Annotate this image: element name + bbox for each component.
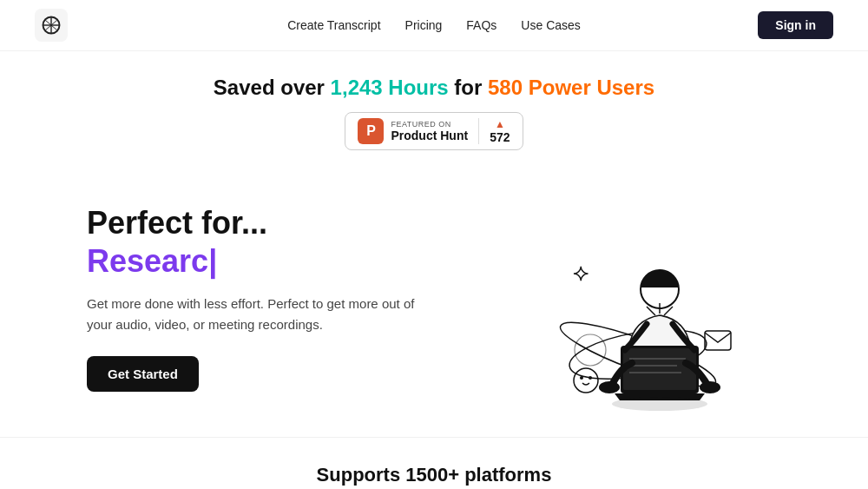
svg-rect-10 <box>623 348 696 390</box>
ph-votes: ▲ 572 <box>478 118 510 144</box>
hero-heading: Perfect for... Researc| <box>87 204 417 279</box>
hero-cursor: | <box>208 243 217 279</box>
stats-prefix: Saved over <box>214 76 331 99</box>
ph-featured-label: FEATURED ON <box>391 120 450 129</box>
hero-heading-line1: Perfect for... <box>87 205 267 241</box>
supports-section: Supports 1500+ platforms Paste the URL f… <box>0 437 868 489</box>
supports-heading: Supports 1500+ platforms <box>17 464 851 486</box>
svg-text:✦: ✦ <box>573 263 589 285</box>
hero-text: Perfect for... Researc| Get more done wi… <box>87 204 417 391</box>
svg-point-28 <box>575 334 606 366</box>
nav-use-cases[interactable]: Use Cases <box>521 18 580 32</box>
stats-middle: for <box>449 76 488 99</box>
ph-vote-count: 572 <box>490 130 510 144</box>
svg-point-14 <box>599 381 620 393</box>
get-started-button[interactable]: Get Started <box>87 356 199 392</box>
ph-name: Product Hunt <box>391 129 468 142</box>
navbar: Create Transcript Pricing FAQs Use Cases… <box>0 0 868 51</box>
product-hunt-badge[interactable]: P FEATURED ON Product Hunt ▲ 572 <box>345 112 523 150</box>
nav-create-transcript[interactable]: Create Transcript <box>287 18 380 32</box>
hero-top: Saved over 1,243 Hours for 580 Power Use… <box>0 51 868 159</box>
nav-faqs[interactable]: FAQs <box>466 18 496 32</box>
users-value: 580 Power Users <box>488 76 654 99</box>
ph-logo-icon: P <box>358 118 384 144</box>
svg-point-20 <box>589 376 592 380</box>
hero-stats: Saved over 1,243 Hours for 580 Power Use… <box>17 76 851 100</box>
hero-main: Perfect for... Researc| Get more done wi… <box>0 159 868 428</box>
hero-heading-line2: Researc <box>87 243 208 279</box>
nav-pricing[interactable]: Pricing <box>405 18 443 32</box>
sign-in-button[interactable]: Sign in <box>758 11 833 39</box>
logo[interactable] <box>35 9 68 42</box>
svg-point-27 <box>612 397 707 411</box>
svg-point-18 <box>574 368 598 393</box>
svg-rect-17 <box>705 331 731 350</box>
svg-point-15 <box>700 381 720 393</box>
hero-illustration: ✦ @ <box>486 185 781 411</box>
nav-links: Create Transcript Pricing FAQs Use Cases <box>287 18 581 32</box>
svg-point-19 <box>580 376 583 380</box>
ph-text: FEATURED ON Product Hunt <box>391 120 468 142</box>
ph-upvote-icon: ▲ <box>495 118 505 130</box>
hero-description: Get more done with less effort. Perfect … <box>87 294 417 335</box>
hours-value: 1,243 Hours <box>331 76 449 99</box>
